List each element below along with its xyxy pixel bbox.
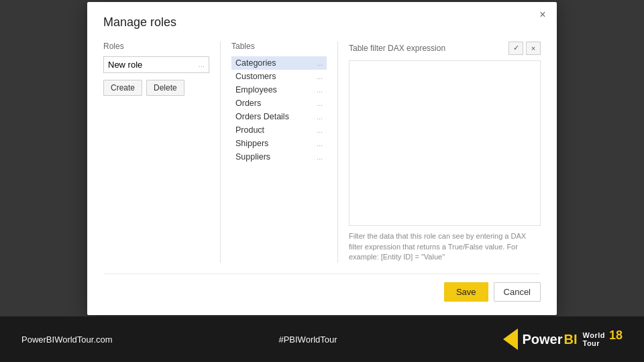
cancel-button[interactable]: Cancel [494, 282, 541, 302]
table-item-orders[interactable]: Orders ... [231, 97, 327, 110]
dax-hint-text: Filter the data that this role can see b… [349, 231, 541, 262]
dax-confirm-button[interactable]: ✓ [508, 42, 523, 55]
table-ellipsis-icon: ... [317, 153, 323, 161]
table-name: Product [235, 125, 264, 135]
table-item-employees[interactable]: Employees ... [231, 83, 327, 97]
table-item-shippers[interactable]: Shippers ... [231, 137, 327, 150]
dax-expression-input[interactable] [349, 60, 541, 227]
logo-year-text: 18 [609, 328, 623, 343]
table-ellipsis-icon: ... [317, 59, 323, 67]
logo-tour-text: Tour [583, 339, 605, 347]
logo-bi-text: BI [564, 332, 578, 347]
dax-header-row: Table filter DAX expression ✓ × [349, 42, 541, 55]
roles-buttons: Create Delete [103, 80, 209, 96]
tables-column: Tables Categories ... Customers ... Empl… [221, 42, 338, 263]
dax-close-button[interactable]: × [526, 42, 541, 55]
table-name: Customers [235, 72, 276, 81]
table-name: Suppliers [235, 152, 270, 162]
logo-triangle-icon [503, 328, 518, 350]
footer-logo-area: Power BI World Tour 18 [503, 328, 623, 350]
dialog-footer: Save Cancel [103, 274, 541, 302]
page-footer: PowerBIWorldTour.com #PBIWorldTour Power… [0, 316, 644, 362]
table-name: Categories [235, 58, 276, 68]
table-item-categories[interactable]: Categories ... [231, 56, 327, 70]
table-ellipsis-icon: ... [317, 139, 323, 147]
role-item[interactable]: New role ... [103, 56, 209, 73]
delete-button[interactable]: Delete [146, 80, 184, 96]
table-ellipsis-icon: ... [317, 126, 323, 134]
tables-header: Tables [231, 42, 327, 51]
table-name: Orders Details [235, 112, 289, 121]
roles-column: Roles New role ... Create Delete [103, 42, 221, 263]
table-name: Shippers [235, 139, 268, 148]
create-button[interactable]: Create [103, 80, 142, 96]
roles-header: Roles [103, 42, 209, 51]
dialog-title: Manage roles [103, 15, 541, 29]
manage-roles-dialog: × Manage roles Roles New role ... Create… [87, 2, 557, 315]
table-ellipsis-icon: ... [317, 99, 323, 107]
dax-action-buttons: ✓ × [508, 42, 541, 55]
footer-website: PowerBIWorldTour.com [21, 335, 113, 345]
table-ellipsis-icon: ... [317, 113, 323, 121]
close-icon[interactable]: × [537, 9, 549, 21]
powerbi-logo: Power BI World Tour 18 [503, 328, 623, 350]
footer-hashtag: #PBIWorldTour [278, 335, 337, 345]
dialog-body: Roles New role ... Create Delete Tables … [103, 42, 541, 263]
table-item-customers[interactable]: Customers ... [231, 70, 327, 83]
table-ellipsis-icon: ... [317, 72, 323, 80]
table-item-suppliers[interactable]: Suppliers ... [231, 150, 327, 164]
table-name: Orders [235, 99, 261, 108]
table-ellipsis-icon: ... [317, 86, 323, 94]
role-ellipsis-icon: ... [199, 60, 205, 68]
logo-power-text: Power [522, 332, 562, 347]
table-item-orders-details[interactable]: Orders Details ... [231, 110, 327, 123]
logo-world-text: World [583, 331, 605, 339]
dax-title: Table filter DAX expression [349, 44, 445, 53]
role-name: New role [108, 60, 142, 70]
dax-column: Table filter DAX expression ✓ × Filter t… [338, 42, 541, 263]
save-button[interactable]: Save [444, 282, 488, 302]
table-item-product[interactable]: Product ... [231, 123, 327, 137]
table-name: Employees [235, 85, 277, 95]
dialog-overlay: × Manage roles Roles New role ... Create… [0, 0, 644, 316]
